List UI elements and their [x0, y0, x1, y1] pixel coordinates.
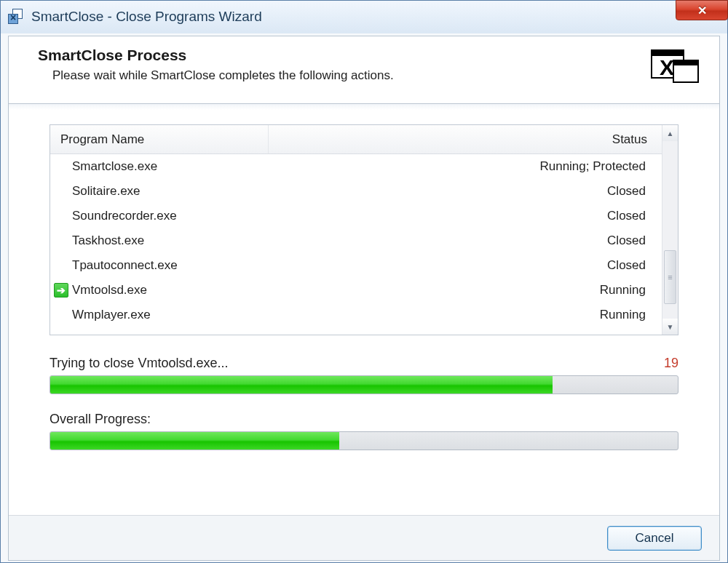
row-status: Closed [269, 209, 662, 223]
program-list: Program Name Status Smartclose.exeRunnin… [50, 124, 678, 335]
table-row[interactable]: Wmplayer.exeRunning [50, 303, 662, 327]
current-task-progress-fill [50, 376, 553, 394]
row-program-name: Smartclose.exe [72, 159, 269, 174]
titlebar: SmartClose - Close Programs Wizard ✕ [1, 1, 727, 33]
current-task-label: Trying to close Vmtoolsd.exe... [50, 356, 228, 371]
table-row[interactable]: Taskhost.exeClosed [50, 228, 662, 253]
wizard-footer: Cancel [9, 515, 719, 560]
header-title: SmartClose Process [38, 47, 394, 64]
row-program-name: Tpautoconnect.exe [72, 258, 269, 273]
row-status: Closed [269, 233, 662, 248]
row-status: Running [269, 283, 662, 298]
cancel-button[interactable]: Cancel [607, 526, 702, 551]
close-windows-icon: X [651, 49, 699, 90]
scroll-up-button[interactable]: ▲ [662, 125, 678, 141]
row-program-name: Wmplayer.exe [72, 308, 269, 322]
table-row[interactable]: Smartclose.exeRunning; Protected [50, 154, 662, 179]
row-icon-cell: ➔ [50, 283, 72, 298]
overall-progress [50, 431, 678, 450]
row-status: Closed [269, 184, 662, 199]
row-program-name: Taskhost.exe [72, 233, 269, 248]
current-task-counter: 19 [664, 356, 678, 371]
column-header-name[interactable]: Program Name [50, 125, 269, 153]
overall-progress-label: Overall Progress: [50, 412, 151, 427]
row-status: Running; Protected [269, 159, 662, 174]
table-row[interactable]: Tpautoconnect.exeClosed [50, 253, 662, 278]
list-header: Program Name Status [50, 125, 662, 154]
row-program-name: Solitaire.exe [72, 184, 269, 199]
row-status: Closed [269, 258, 662, 273]
header-subtitle: Please wait while SmartClose completes t… [52, 68, 394, 83]
window-close-button[interactable]: ✕ [676, 0, 728, 20]
row-program-name: Soundrecorder.exe [72, 209, 269, 223]
row-program-name: Vmtoolsd.exe [72, 283, 269, 298]
scroll-thumb[interactable] [664, 250, 676, 304]
window-title: SmartClose - Close Programs Wizard [31, 9, 262, 25]
content-frame: SmartClose Process Please wait while Sma… [8, 36, 720, 561]
column-header-status[interactable]: Status [269, 125, 662, 153]
close-icon: ✕ [697, 4, 707, 17]
active-arrow-icon: ➔ [54, 283, 68, 298]
wizard-header: SmartClose Process Please wait while Sma… [9, 36, 719, 104]
overall-progress-fill [50, 432, 339, 450]
scroll-track[interactable] [662, 141, 678, 319]
scroll-down-button[interactable]: ▼ [662, 319, 678, 335]
wizard-body: Program Name Status Smartclose.exeRunnin… [9, 104, 719, 450]
table-row[interactable]: Soundrecorder.exeClosed [50, 204, 662, 228]
wizard-window: SmartClose - Close Programs Wizard ✕ Sma… [0, 0, 728, 563]
table-row[interactable]: ➔Vmtoolsd.exeRunning [50, 278, 662, 303]
overall-label-row: Overall Progress: [50, 412, 678, 427]
row-status: Running [269, 308, 662, 322]
table-row[interactable]: Solitaire.exeClosed [50, 179, 662, 204]
app-icon [8, 9, 24, 25]
current-task-progress [50, 375, 678, 394]
scrollbar[interactable]: ▲ ▼ [662, 125, 678, 335]
current-task-label-row: Trying to close Vmtoolsd.exe... 19 [50, 356, 678, 371]
